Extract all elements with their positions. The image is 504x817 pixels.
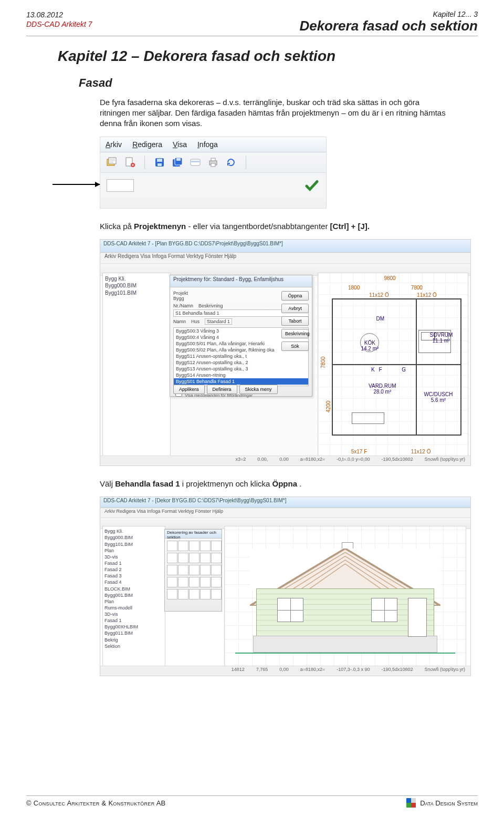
instr1-pre: Klicka på (100, 222, 134, 231)
palette-tool-icon[interactable] (211, 589, 222, 599)
palette-tool-icon[interactable] (178, 553, 188, 563)
check-icon[interactable] (304, 178, 320, 193)
palette-tool-icon[interactable] (200, 589, 211, 599)
palette-tool-icon[interactable] (178, 589, 188, 599)
send-button[interactable]: Skicka meny (239, 385, 278, 394)
palette-tool-icon[interactable] (200, 577, 211, 587)
tree-item[interactable]: 3D-vis (104, 611, 163, 617)
list-item-selected[interactable]: ByggS01 Behandla Fasad 1 (174, 378, 308, 385)
palette-tool-icon[interactable] (178, 577, 188, 587)
tree-item[interactable]: Fasad 1 (104, 617, 163, 624)
page-header: 13.08.2012 DDS-CAD Arkitekt 7 Kapitel 12… (26, 11, 478, 36)
status-seg: a=8180,x2= (300, 667, 326, 675)
tree-item[interactable]: Fasad 3 (104, 573, 163, 579)
palette-tool-icon[interactable] (167, 589, 177, 599)
roof (250, 549, 440, 591)
palette-tool-icon[interactable] (167, 553, 177, 563)
palette-tool-icon[interactable] (200, 553, 211, 563)
status-seg: -0,t=.0,0 y=0,00 (337, 457, 370, 465)
print-icon[interactable] (207, 156, 219, 169)
fig1-small-input[interactable] (107, 179, 134, 192)
palette-tool-icon[interactable] (211, 565, 222, 575)
tree-item[interactable]: Bygg00XHLBIM (104, 624, 163, 630)
tree-item[interactable]: Bekrig (104, 637, 163, 643)
delete-button[interactable]: Tabort (281, 316, 309, 326)
fig3-menubar[interactable]: Arkiv Redigera Visa Infoga Format Verkty… (100, 508, 470, 518)
fig3-project-tree[interactable]: Bygg Kli. Bygg000.BIM Bygg101.BIM Plan 3… (102, 526, 165, 667)
menu-item-visa[interactable]: Visa (173, 140, 187, 149)
tree-item[interactable]: Bygg Kli. (105, 275, 168, 283)
tree-item[interactable]: 3D-vis (104, 554, 163, 560)
palette-tool-icon[interactable] (211, 541, 222, 551)
palette-tool-icon[interactable] (167, 541, 177, 551)
list-item[interactable]: ByggS13 Arusen-opstalling oka., 3 (174, 366, 308, 372)
palette-tool-icon[interactable] (178, 565, 188, 575)
tree-item[interactable]: Fasad 2 (104, 566, 163, 573)
instr1-post: - eller via tangentbordet/snabbtangenter (188, 222, 330, 231)
fig3-palette-grid (165, 539, 222, 602)
describe-button[interactable]: Beskrivning (281, 329, 309, 338)
fig2-menubar[interactable]: Arkiv Redigera Visa Infoga Format Verkty… (100, 253, 470, 264)
save-icon[interactable] (153, 156, 166, 169)
status-seg: 7,765 (256, 667, 268, 675)
menu-item-redigera[interactable]: Redigera (132, 140, 162, 149)
tree-item[interactable]: Bygg101.BIM (104, 541, 163, 547)
header-doc-title: Dekorera fasad och sektion (299, 18, 478, 34)
palette-tool-icon[interactable] (189, 541, 200, 551)
page-footer: © Consultec Arkitekter & Konstruktörer A… (26, 795, 478, 808)
instr2-pre: Välj (100, 479, 115, 488)
palette-tool-icon[interactable] (189, 589, 200, 599)
palette-tool-icon[interactable] (189, 553, 200, 563)
palette-tool-icon[interactable] (211, 577, 222, 587)
apply-button[interactable]: Applikera (173, 385, 205, 394)
cancel-button[interactable]: Avbryt (281, 304, 309, 313)
menu-item-infoga[interactable]: Infoga (197, 140, 218, 149)
tree-item[interactable]: Bygg011.BIM (104, 630, 163, 636)
tree-item[interactable]: Bygg001.BIM (104, 592, 163, 598)
project-menu-icon[interactable] (106, 156, 118, 169)
tree-item[interactable]: Sektion (104, 643, 163, 649)
new-file-icon[interactable] (123, 156, 136, 169)
footer-left: © Consultec Arkitekter & Konstruktörer A… (26, 799, 166, 807)
instruction-2: Välj Behandla fasad 1 i projektmenyn och… (100, 479, 446, 489)
fig3-palette-title: Dekorering av fasader och sektion (165, 530, 222, 539)
tree-item[interactable]: Bygg000.BIM (104, 534, 163, 541)
status-seg: 0,00 (279, 667, 289, 675)
palette-tool-icon[interactable] (200, 565, 211, 575)
plan-sofa (352, 412, 384, 424)
status-seg: -107,3-.0,3 x 90 (337, 667, 370, 675)
tree-item[interactable]: Bygg101.BIM (105, 289, 168, 297)
list-item[interactable]: ByggS12 Arusen-opstalling oka., 2 (174, 359, 308, 366)
tree-item[interactable]: Bygg000.BIM (105, 282, 168, 289)
define-button[interactable]: Definiera (207, 385, 237, 394)
palette-tool-icon[interactable] (167, 577, 177, 587)
fig1-menubar: Arkiv Redigera Visa Infoga (100, 137, 326, 152)
tree-item[interactable]: Bygg Kli. (104, 528, 163, 534)
fig2-project-tree[interactable]: Bygg Kli. Bygg000.BIM Bygg101.BIM (102, 273, 171, 457)
save-multi-icon[interactable] (171, 156, 184, 169)
appliance-f: F (379, 367, 382, 373)
palette-tool-icon[interactable] (211, 553, 222, 563)
refresh-icon[interactable] (225, 156, 237, 169)
tree-item[interactable]: Rums-modell (104, 605, 163, 611)
menu-item-arkiv[interactable]: Arkiv (106, 140, 122, 149)
open-button[interactable]: Öppna (281, 291, 309, 301)
palette-tool-icon[interactable] (189, 565, 200, 575)
palette-tool-icon[interactable] (178, 541, 188, 551)
status-seg: 14812 (232, 667, 245, 675)
tree-item[interactable]: Plan (104, 598, 163, 605)
palette-tool-icon[interactable] (189, 577, 200, 587)
dlg-field-namn[interactable]: Standard 1 (205, 318, 232, 325)
tree-item[interactable]: BLOCK.BIM (104, 586, 163, 592)
tree-item[interactable]: Fasad 1 (104, 560, 163, 566)
fig2-titlebar: DDS-CAD Arkitekt 7 - [Plan BYGG.BD C:\DD… (100, 240, 470, 253)
search-button[interactable]: Sök (281, 342, 309, 351)
card-icon[interactable] (189, 156, 202, 169)
tree-item[interactable]: Plan (104, 547, 163, 554)
tree-item[interactable]: Fasad 4 (104, 579, 163, 585)
palette-tool-icon[interactable] (200, 541, 211, 551)
palette-tool-icon[interactable] (167, 565, 177, 575)
list-item[interactable]: ByggS14 Arusen-ritning (174, 372, 308, 378)
dlg-label-nr: Nr./Namn (173, 303, 193, 308)
list-item[interactable]: ByggS11 Arusen-opstalling oka., t (174, 353, 308, 359)
